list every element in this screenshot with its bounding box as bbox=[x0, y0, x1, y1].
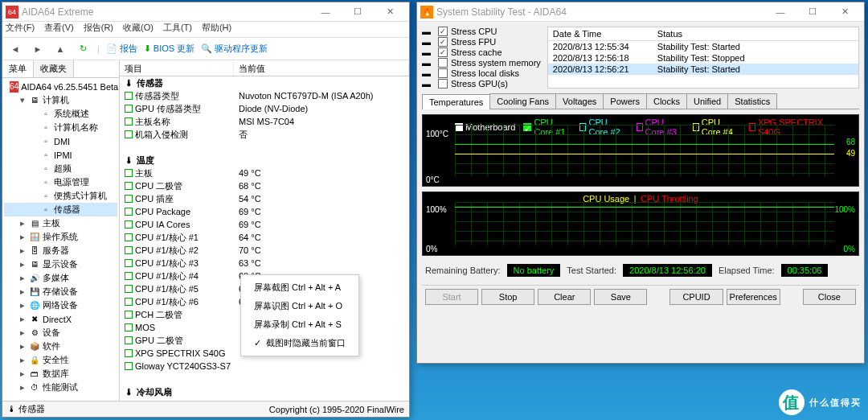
log-col-date[interactable]: Date & Time bbox=[548, 27, 653, 40]
bios-link[interactable]: ⬇BIOS 更新 bbox=[144, 43, 194, 55]
log-row[interactable]: 2020/8/13 12:55:34Stability Test: Starte… bbox=[548, 41, 858, 52]
graph-tab[interactable]: Statistics bbox=[727, 93, 777, 109]
log-row[interactable]: 2020/8/13 12:56:21Stability Test: Starte… bbox=[548, 64, 858, 75]
sst-btn-preferences[interactable]: Preferences bbox=[727, 289, 780, 305]
menu-view[interactable]: 查看(V) bbox=[44, 22, 74, 37]
sensor-row[interactable]: CPU 插座54 °C bbox=[120, 192, 409, 205]
menu-file[interactable]: 文件(F) bbox=[6, 22, 35, 37]
sst-btn-clear[interactable]: Clear bbox=[538, 289, 591, 305]
tree-node[interactable]: ▸🗄服务器 bbox=[4, 244, 117, 257]
ctx-hide[interactable]: ✓ 截图时隐藏当前窗口 bbox=[241, 334, 358, 352]
tab-menu[interactable]: 菜单 bbox=[2, 60, 34, 77]
minimize-button[interactable]: — bbox=[309, 2, 342, 22]
sst-btn-cpuid[interactable]: CPUID bbox=[669, 289, 723, 305]
log-row[interactable]: 2020/8/13 12:56:18Stability Test: Stoppe… bbox=[548, 52, 858, 64]
tab-fav[interactable]: 收藏夹 bbox=[34, 60, 74, 77]
sensor-row[interactable]: GPU 传感器类型Diode (NV-Diode) bbox=[120, 102, 409, 115]
ctx-screenshot[interactable]: 屏幕截图 Ctrl + Alt + A bbox=[241, 278, 358, 297]
tree-node[interactable]: ▸📦软件 bbox=[4, 340, 117, 353]
tree-leaf[interactable]: ▫传感器 bbox=[4, 203, 117, 216]
tree-node[interactable]: ▾🖥计算机 bbox=[4, 93, 117, 107]
graph-tab[interactable]: Clocks bbox=[646, 93, 687, 109]
tree-leaf[interactable]: ▫系统概述 bbox=[4, 107, 117, 121]
col-value[interactable]: 当前值 bbox=[234, 60, 409, 76]
up-button[interactable]: ▲ bbox=[52, 41, 68, 57]
sst-btn-close[interactable]: Close bbox=[803, 289, 856, 305]
tree-node[interactable]: ▸▤主板 bbox=[4, 216, 117, 230]
sensor-row[interactable]: 机箱入侵检测否 bbox=[120, 128, 409, 141]
tree-leaf[interactable]: ▫电源管理 bbox=[4, 175, 117, 189]
sst-window: 🔥 System Stability Test - AIDA64 — ☐ ✕ ▬… bbox=[416, 2, 865, 364]
ctx-ocr[interactable]: 屏幕识图 Ctrl + Alt + O bbox=[241, 297, 358, 315]
tree-root[interactable]: 64AIDA64 v6.25.5451 Beta bbox=[4, 80, 117, 93]
battery-label: Remaining Battery: bbox=[425, 266, 501, 275]
sensor-row[interactable]: Gloway YCT240GS3-S7 bbox=[120, 360, 409, 373]
sensor-row[interactable]: CPU IA Cores69 °C bbox=[120, 218, 409, 231]
tree-leaf[interactable]: ▫超频 bbox=[4, 162, 117, 175]
sst-close[interactable]: ✕ bbox=[829, 2, 861, 22]
report-link[interactable]: 📄报告 bbox=[106, 43, 137, 55]
sensor-row[interactable]: CPU #1/核心 #270 °C bbox=[120, 244, 409, 257]
sensor-row[interactable]: 主板49 °C bbox=[120, 167, 409, 179]
menu-tools[interactable]: 工具(T) bbox=[163, 22, 192, 37]
refresh-button[interactable]: ↻ bbox=[75, 41, 91, 57]
close-button[interactable]: ✕ bbox=[374, 2, 406, 22]
sensor-row[interactable]: CPU #1/核心 #164 °C bbox=[120, 231, 409, 244]
graph-tab[interactable]: Temperatures bbox=[422, 94, 490, 109]
graph-tab[interactable]: Voltages bbox=[555, 93, 604, 109]
sst-minimize[interactable]: — bbox=[764, 2, 796, 22]
sst-title: System Stability Test - AIDA64 bbox=[436, 6, 764, 18]
stress-check[interactable]: ▬✓Stress CPU bbox=[422, 27, 541, 36]
tree-leaf[interactable]: ▫IPMI bbox=[4, 148, 117, 162]
tree-node[interactable]: ▸⚙设备 bbox=[4, 326, 117, 340]
tree-node[interactable]: ▸🖥显示设备 bbox=[4, 257, 117, 271]
sensor-row[interactable]: CPU 二极管68 °C bbox=[120, 179, 409, 192]
tree-node[interactable]: ▸🌐网络设备 bbox=[4, 299, 117, 312]
tree-node[interactable]: ▸🗃数据库 bbox=[4, 367, 117, 381]
sst-maximize[interactable]: ☐ bbox=[796, 2, 829, 22]
tree-node[interactable]: ▸🔊多媒体 bbox=[4, 271, 117, 285]
elapsed-label: Elapsed Time: bbox=[719, 266, 775, 275]
back-button[interactable]: ◄ bbox=[7, 41, 23, 57]
temp-val2: 49 bbox=[846, 149, 855, 158]
driver-link[interactable]: 🔍驱动程序更新 bbox=[201, 43, 268, 55]
graph-tab[interactable]: Powers bbox=[603, 93, 647, 109]
tree-node[interactable]: ▸⏱性能测试 bbox=[4, 381, 117, 394]
stress-check[interactable]: ▬Stress GPU(s) bbox=[422, 79, 541, 89]
stress-check[interactable]: ▬Stress system memory bbox=[422, 58, 541, 68]
sensor-row[interactable]: CPU #1/核心 #363 °C bbox=[120, 257, 409, 270]
aida-sidebar: 菜单 收藏夹 64AIDA64 v6.25.5451 Beta▾🖥计算机▫系统概… bbox=[2, 60, 120, 401]
tree-node[interactable]: ▸✖DirectX bbox=[4, 312, 117, 326]
sensor-row[interactable]: 传感器类型Nuvoton NCT6797D-M (ISA A20h) bbox=[120, 89, 409, 102]
tree-node[interactable]: ▸💾存储设备 bbox=[4, 285, 117, 299]
context-menu[interactable]: 屏幕截图 Ctrl + Alt + A 屏幕识图 Ctrl + Alt + O … bbox=[240, 274, 359, 356]
graph-tab[interactable]: Cooling Fans bbox=[489, 93, 556, 109]
menu-help[interactable]: 帮助(H) bbox=[202, 22, 231, 37]
event-log[interactable]: Date & TimeStatus 2020/8/13 12:55:34Stab… bbox=[547, 27, 859, 89]
log-col-status[interactable]: Status bbox=[653, 27, 858, 40]
aida64-window: 64 AIDA64 Extreme — ☐ ✕ 文件(F) 查看(V) 报告(R… bbox=[2, 2, 410, 418]
aida-icon: 64 bbox=[6, 6, 18, 19]
temperature-graph: ✓Motherboard✓CPU Core #1CPU Core #2CPU C… bbox=[422, 114, 859, 187]
sensor-row[interactable]: CPU Package69 °C bbox=[120, 205, 409, 218]
ctx-record[interactable]: 屏幕录制 Ctrl + Alt + S bbox=[241, 315, 358, 334]
sensor-row[interactable]: 主板名称MSI MS-7C04 bbox=[120, 115, 409, 128]
sst-btn-stop[interactable]: Stop bbox=[481, 289, 534, 305]
tree-node[interactable]: ▸🔒安全性 bbox=[4, 353, 117, 367]
tree-leaf[interactable]: ▫计算机名称 bbox=[4, 121, 117, 134]
tree-node[interactable]: ▸🪟操作系统 bbox=[4, 230, 117, 244]
col-field[interactable]: 项目 bbox=[120, 60, 234, 76]
stress-check[interactable]: ▬✓Stress cache bbox=[422, 47, 541, 57]
menu-fav[interactable]: 收藏(O) bbox=[123, 22, 154, 37]
fwd-button[interactable]: ► bbox=[30, 41, 46, 57]
menu-report[interactable]: 报告(R) bbox=[84, 22, 113, 37]
tree-leaf[interactable]: ▫DMI bbox=[4, 134, 117, 148]
sst-btn-save[interactable]: Save bbox=[594, 289, 647, 305]
graph-tab[interactable]: Unified bbox=[686, 93, 728, 109]
tree-leaf[interactable]: ▫便携式计算机 bbox=[4, 189, 117, 203]
stress-check[interactable]: ▬Stress local disks bbox=[422, 68, 541, 78]
stress-check[interactable]: ▬✓Stress FPU bbox=[422, 37, 541, 47]
watermark-icon: 值 bbox=[779, 389, 805, 415]
nav-tree[interactable]: 64AIDA64 v6.25.5451 Beta▾🖥计算机▫系统概述▫计算机名称… bbox=[2, 78, 119, 401]
maximize-button[interactable]: ☐ bbox=[342, 2, 374, 22]
